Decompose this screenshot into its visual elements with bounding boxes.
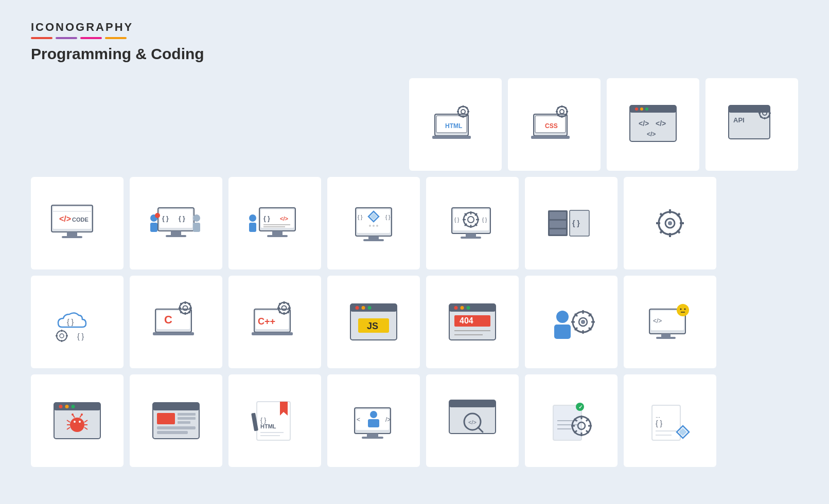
icon-pair-programming[interactable]: { } { } — [130, 177, 222, 269]
svg-rect-232 — [362, 437, 383, 439]
row-1: </> CODE { } { } — [31, 177, 798, 269]
svg-text:HTML: HTML — [260, 423, 276, 429]
svg-rect-221 — [178, 421, 190, 424]
icon-js-browser[interactable]: JS — [327, 276, 420, 368]
svg-text:{ }: { } — [260, 417, 266, 424]
svg-point-31 — [640, 107, 643, 111]
svg-text:JS: JS — [367, 321, 378, 331]
svg-text:{ }: { } — [67, 318, 74, 326]
icon-search-code[interactable]: </> — [426, 374, 519, 467]
svg-text:{ }: { } — [179, 215, 185, 222]
svg-text:{ }: { } — [482, 217, 487, 223]
svg-point-191 — [677, 304, 689, 316]
svg-point-32 — [645, 107, 648, 111]
svg-rect-234 — [368, 419, 379, 427]
svg-text:CSS: CSS — [545, 122, 558, 130]
svg-rect-106 — [550, 221, 566, 228]
svg-rect-79 — [368, 236, 379, 239]
svg-point-120 — [668, 221, 672, 225]
icon-developer-settings[interactable] — [525, 276, 618, 368]
svg-text:</>: </> — [647, 131, 656, 138]
svg-rect-70 — [267, 235, 288, 237]
svg-text:{ }: { } — [656, 419, 663, 427]
svg-rect-90 — [466, 233, 476, 237]
svg-point-64 — [155, 213, 160, 218]
svg-rect-59 — [166, 235, 186, 237]
svg-rect-189 — [656, 337, 676, 339]
icon-web-design[interactable] — [130, 374, 222, 467]
main-container: ICONOGRAPHY Programming & Coding HTML — [0, 0, 829, 504]
svg-rect-63 — [150, 223, 157, 232]
svg-point-233 — [370, 411, 377, 418]
header: ICONOGRAPHY Programming & Coding — [31, 21, 798, 63]
svg-point-166 — [454, 306, 458, 310]
svg-rect-52 — [62, 236, 82, 238]
icon-error-screen[interactable]: </> — [624, 276, 716, 368]
svg-text:404: 404 — [460, 316, 473, 325]
svg-point-213 — [81, 413, 83, 416]
icon-developer-code[interactable]: < /> — [327, 374, 420, 467]
icon-c-laptop[interactable]: C — [130, 276, 222, 368]
svg-point-159 — [356, 306, 359, 310]
svg-point-5 — [461, 110, 465, 114]
svg-point-30 — [635, 107, 638, 111]
icon-gear-standalone[interactable] — [624, 177, 716, 269]
svg-text:</>: </> — [656, 119, 666, 128]
svg-rect-76 — [249, 223, 256, 232]
icon-cpp-laptop[interactable]: C++ — [228, 276, 321, 368]
icon-code-gear[interactable]: { } { } — [426, 177, 519, 269]
svg-point-19 — [560, 110, 564, 114]
svg-rect-69 — [272, 231, 283, 235]
svg-point-122 — [57, 331, 67, 341]
icon-remote-coding[interactable]: { } </> — [228, 177, 321, 269]
svg-line-255 — [586, 430, 589, 433]
icon-code-browser[interactable]: </> </> </> — [607, 78, 699, 171]
svg-rect-216 — [157, 413, 175, 424]
svg-rect-215 — [153, 403, 199, 410]
svg-rect-105 — [550, 212, 566, 219]
icons-area: HTML — [31, 78, 798, 467]
icon-server-code[interactable]: { } — [525, 177, 618, 269]
icon-gear-file[interactable]: ✓ — [525, 374, 618, 467]
icon-api-settings[interactable]: API — [705, 78, 798, 171]
svg-point-198 — [65, 405, 69, 408]
svg-point-212 — [72, 413, 74, 416]
svg-text:API: API — [733, 116, 745, 124]
svg-point-161 — [368, 306, 372, 310]
svg-point-83 — [369, 225, 371, 227]
icon-404-browser[interactable]: 404 — [426, 276, 519, 368]
brand-line-2 — [56, 37, 77, 39]
svg-point-192 — [680, 309, 682, 310]
icon-css-settings[interactable]: CSS — [508, 78, 601, 171]
icon-html-settings[interactable]: HTML — [409, 78, 502, 171]
svg-text:C++: C++ — [258, 316, 275, 327]
svg-point-193 — [684, 309, 686, 310]
svg-text:···: ··· — [656, 414, 660, 420]
icon-code-monitor[interactable]: </> CODE — [31, 177, 124, 269]
svg-text:{ }: { } — [358, 214, 363, 220]
brand-line-4 — [105, 37, 127, 39]
svg-rect-231 — [367, 434, 378, 437]
svg-rect-2 — [432, 136, 471, 139]
svg-text:{ }: { } — [162, 215, 169, 222]
svg-point-75 — [249, 214, 256, 222]
icon-bug-browser[interactable] — [31, 374, 124, 467]
brand-line-1 — [31, 37, 52, 39]
svg-rect-220 — [178, 417, 196, 420]
icon-html-bookmark[interactable]: HTML { } — [228, 374, 321, 467]
svg-text:{ }: { } — [572, 219, 580, 227]
svg-text:{ }: { } — [77, 332, 84, 340]
icon-diamond-code-file[interactable]: { } ··· — [624, 374, 716, 467]
svg-rect-80 — [363, 239, 384, 241]
icon-diamond-code[interactable]: { } { } — [327, 177, 420, 269]
svg-point-85 — [376, 225, 378, 227]
svg-point-199 — [72, 405, 75, 408]
svg-line-256 — [586, 419, 589, 421]
svg-rect-188 — [661, 334, 671, 337]
icon-cloud-code[interactable]: { } { } — [31, 276, 124, 368]
svg-point-167 — [461, 306, 464, 310]
svg-rect-219 — [178, 413, 196, 416]
svg-point-168 — [467, 306, 470, 310]
svg-rect-174 — [554, 325, 571, 339]
svg-rect-238 — [449, 400, 496, 407]
